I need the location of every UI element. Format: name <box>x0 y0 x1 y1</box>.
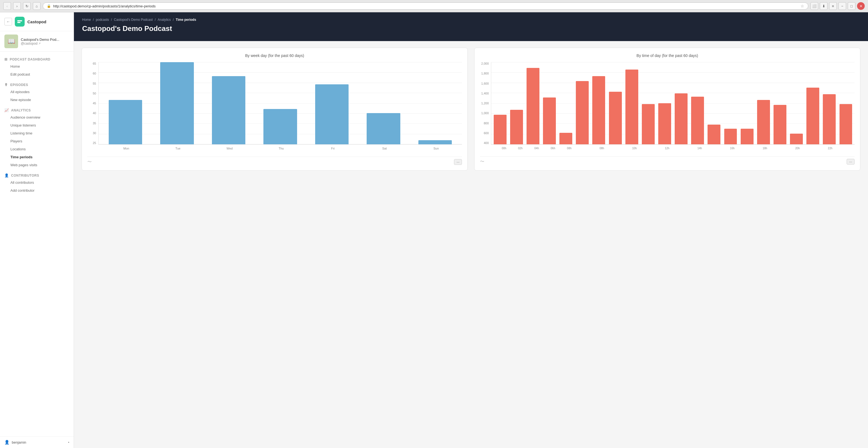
weekday-chart-footer: 〜 ··· <box>87 157 462 165</box>
tod-bar-15 <box>739 62 755 144</box>
timeofday-chart-footer: 〜 ··· <box>480 156 855 165</box>
breadcrumb-demo-podcast[interactable]: Castopod's Demo Podcast <box>114 18 153 22</box>
sidebar-item-edit-podcast[interactable]: Edit podcast <box>0 70 74 78</box>
chart-trend-icon-2: 〜 <box>480 159 485 165</box>
tod-bar-17 <box>772 62 788 144</box>
timeofday-chart-title: By time of day (for the past 60 days) <box>480 53 855 58</box>
timeofday-chart-card: By time of day (for the past 60 days) 2,… <box>474 48 860 171</box>
svg-rect-1 <box>17 22 21 23</box>
download-button[interactable]: ⬇ <box>820 2 828 10</box>
tod-bar-6 <box>591 62 607 144</box>
tod-bar-0 <box>492 62 508 144</box>
screen-button[interactable]: ⬜ <box>810 2 818 10</box>
main-content: Home / podcasts / Castopod's Demo Podcas… <box>74 12 868 448</box>
podcast-cover: 📖 <box>4 34 18 48</box>
bookmark-icon[interactable]: ☆ <box>801 4 804 8</box>
weekday-x-label-wed: Wed <box>204 146 255 150</box>
sidebar-item-add-contributor[interactable]: Add contributor <box>0 186 74 195</box>
breadcrumb-analytics[interactable]: Analytics <box>158 18 171 22</box>
tod-x-label-0: 00h <box>496 146 512 150</box>
weekday-bar-wed <box>203 62 254 144</box>
tod-x-label-5 <box>578 146 594 150</box>
page-body: By week day (for the past 60 days) 65 60… <box>74 41 868 448</box>
weekday-x-label-mon: Mon <box>100 146 152 150</box>
tod-bar-16 <box>755 62 772 144</box>
sidebar-item-web-pages-visits[interactable]: Web pages visits <box>0 161 74 169</box>
weekday-bar-fri <box>306 62 358 144</box>
tod-bar-7 <box>607 62 623 144</box>
tod-x-label-11 <box>675 146 692 150</box>
tod-bar-rect-7 <box>609 92 622 144</box>
tod-x-label-9 <box>643 146 659 150</box>
sidebar-item-all-episodes[interactable]: All episodes <box>0 88 74 96</box>
weekday-bar-mon <box>100 62 151 144</box>
tod-bar-14 <box>722 62 739 144</box>
tod-bar-rect-4 <box>559 133 572 144</box>
breadcrumb-home[interactable]: Home <box>82 18 91 22</box>
tod-bar-9 <box>640 62 656 144</box>
sidebar-item-audience-overview[interactable]: Audience overview <box>0 113 74 121</box>
tod-x-label-21 <box>838 146 855 150</box>
forward-button[interactable]: › <box>13 2 21 10</box>
sidebar-back-button[interactable]: ← <box>4 18 12 26</box>
tod-bar-18 <box>788 62 805 144</box>
tod-bar-rect-15 <box>741 129 753 144</box>
weekday-x-label-thu: Thu <box>255 146 307 150</box>
nav-section-header-episodes: 🎙 Episodes <box>0 81 74 88</box>
charts-row: By week day (for the past 60 days) 65 60… <box>82 48 860 171</box>
user-menu-arrow[interactable]: • <box>68 440 69 444</box>
tod-bar-rect-21 <box>839 104 852 144</box>
home-nav-button[interactable]: ⌂ <box>33 2 40 10</box>
tod-bar-rect-20 <box>823 94 836 144</box>
weekday-bar-sun <box>409 62 461 144</box>
sidebar-item-home[interactable]: Home <box>0 62 74 70</box>
weekday-x-label-tue: Tue <box>152 146 204 150</box>
weekday-bar-chart: 65 60 55 50 45 40 35 30 25 <box>87 62 462 150</box>
sidebar-item-unique-listeners[interactable]: Unique listeners <box>0 121 74 129</box>
sidebar-item-all-contributors[interactable]: All contributors <box>0 179 74 186</box>
close-button[interactable]: ✕ <box>857 2 865 10</box>
back-button[interactable]: ‹ <box>3 2 11 10</box>
url-icon: 🔒 <box>47 4 51 8</box>
external-link-icon: ↗ <box>38 42 40 45</box>
tod-x-label-2: 04h <box>528 146 545 150</box>
weekday-more-button[interactable]: ··· <box>454 159 462 165</box>
tod-bar-rect-14 <box>724 129 737 144</box>
weekday-bar-thu <box>254 62 306 144</box>
sidebar-username: benjamin <box>12 440 26 444</box>
weekday-bar-rect-wed <box>212 76 245 144</box>
url-bar[interactable]: 🔒 http://castopod.demo/cp-admin/podcasts… <box>43 2 808 9</box>
tod-x-label-1: 02h <box>512 146 529 150</box>
sidebar-item-locations[interactable]: Locations <box>0 145 74 153</box>
tod-bar-rect-11 <box>675 93 687 144</box>
tod-bar-rect-10 <box>658 103 671 144</box>
sidebar-item-time-periods[interactable]: Time periods <box>0 153 74 161</box>
page-header: Home / podcasts / Castopod's Demo Podcas… <box>74 12 868 41</box>
maximize-button[interactable]: □ <box>848 2 856 10</box>
refresh-button[interactable]: ↻ <box>23 2 31 10</box>
tod-bar-5 <box>574 62 591 144</box>
sidebar-nav: ⊞ Podcast dashboard Home Edit podcast 🎙 … <box>0 52 74 436</box>
tod-bar-rect-13 <box>708 125 720 144</box>
tod-bar-rect-12 <box>691 97 704 144</box>
tod-bar-rect-9 <box>642 104 655 144</box>
microphone-icon: 🎙 <box>4 83 8 87</box>
weekday-y-axis: 65 60 55 50 45 40 35 30 25 <box>87 62 98 145</box>
sidebar-item-new-episode[interactable]: New episode <box>0 96 74 104</box>
weekday-bar-rect-tue <box>160 62 194 144</box>
timeofday-more-button[interactable]: ··· <box>847 159 855 165</box>
tod-x-label-12: 14h <box>692 146 708 150</box>
breadcrumb-podcasts[interactable]: podcasts <box>96 18 109 22</box>
tod-bar-rect-6 <box>592 76 605 144</box>
weekday-x-label-sun: Sun <box>410 146 462 150</box>
tod-bar-rect-19 <box>806 88 819 144</box>
menu-button[interactable]: ≡ <box>829 2 837 10</box>
nav-section-analytics: 📈 Analytics Audience overview Unique lis… <box>0 106 74 169</box>
tod-bar-11 <box>673 62 689 144</box>
minimize-button[interactable]: − <box>838 2 846 10</box>
nav-section-header-analytics: 📈 Analytics <box>0 106 74 113</box>
sidebar-item-players[interactable]: Players <box>0 137 74 145</box>
sidebar-item-listening-time[interactable]: Listening time <box>0 129 74 137</box>
tod-x-label-13 <box>708 146 724 150</box>
page-title: Castopod's Demo Podcast <box>82 24 860 33</box>
